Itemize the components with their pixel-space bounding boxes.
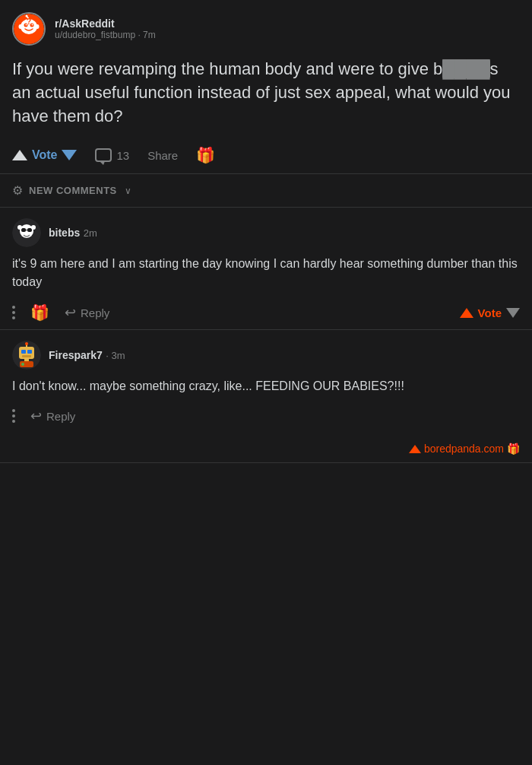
post-author-time: u/dudebro_fistbump · 7m: [55, 30, 156, 40]
comment-2-meta: Firespark7 · 3m: [49, 348, 125, 362]
comment-1: bitebs 2m it's 9 am here and I am starti…: [0, 208, 532, 330]
gift-icon: 🎁: [196, 146, 215, 164]
svg-rect-14: [21, 228, 26, 232]
subreddit-avatar[interactable]: ?: [12, 12, 46, 46]
post-meta: r/AskReddit u/dudebro_fistbump · 7m: [55, 17, 156, 40]
comment-1-body: it's 9 am here and I am starting the day…: [12, 255, 520, 291]
share-button[interactable]: Share: [147, 149, 178, 162]
downvote-button[interactable]: [62, 150, 77, 160]
svg-point-8: [19, 24, 23, 29]
comment-2-reply-button[interactable]: ↩ Reply: [30, 408, 75, 424]
svg-point-18: [31, 225, 36, 230]
comment-1-reply-button[interactable]: ↩ Reply: [65, 304, 109, 321]
vote-label[interactable]: Vote: [32, 148, 57, 162]
subreddit-name[interactable]: r/AskReddit: [55, 17, 156, 30]
vote-section: Vote: [12, 148, 77, 162]
dot1: [12, 409, 15, 412]
gift-button[interactable]: 🎁: [196, 146, 215, 164]
watermark: boredpanda.com 🎁: [409, 443, 520, 455]
share-label: Share: [147, 149, 178, 162]
comment-count: 13: [116, 149, 129, 162]
watermark-text: boredpanda.com: [424, 443, 504, 455]
comment-1-vote-label[interactable]: Vote: [478, 306, 502, 319]
svg-rect-21: [21, 350, 26, 354]
comment-1-vote-section: Vote: [460, 306, 520, 319]
svg-point-24: [25, 342, 28, 345]
dot3: [12, 316, 15, 319]
reply-arrow-icon: ↩: [65, 304, 76, 321]
svg-text:?: ?: [27, 17, 31, 26]
new-comments-icon: ⚙: [12, 183, 23, 198]
watermark-upvote-icon: [409, 445, 421, 453]
reply-label: Reply: [81, 306, 109, 319]
comment-1-header: bitebs 2m: [12, 218, 520, 247]
new-comments-label: NEW COMMENTS: [29, 185, 117, 196]
svg-point-28: [21, 363, 24, 366]
comment-2-username[interactable]: Firespark7: [49, 349, 103, 361]
post-actions: Vote 13 Share 🎁: [0, 140, 532, 174]
svg-rect-15: [27, 228, 32, 232]
svg-rect-22: [27, 350, 32, 354]
comment-1-upvote[interactable]: [460, 308, 473, 318]
post-time: 7m: [143, 30, 156, 40]
title-part1: If you were revamping the human body and…: [12, 59, 442, 78]
comment-1-time: 2m: [84, 227, 97, 239]
comment-2-avatar[interactable]: [12, 341, 41, 370]
comment-button[interactable]: 13: [95, 148, 129, 162]
reply-arrow-icon: ↩: [30, 408, 42, 424]
chevron-down-icon[interactable]: ∨: [125, 186, 131, 196]
post-header: ? r/AskReddit u/dudebro_fistbump · 7m: [0, 0, 532, 52]
new-comments-bar[interactable]: ⚙ NEW COMMENTS ∨: [0, 174, 532, 208]
svg-rect-25: [22, 355, 31, 357]
comment-1-gift-button[interactable]: 🎁: [30, 303, 49, 322]
author-name[interactable]: u/dudebro_fistbump: [55, 30, 135, 40]
censored-word: ████: [442, 59, 489, 78]
dot1: [12, 306, 15, 309]
comment-1-actions: 🎁 ↩ Reply Vote: [12, 300, 520, 322]
post-title: If you were revamping the human body and…: [0, 52, 532, 140]
comment-2-actions: ↩ Reply: [12, 405, 520, 424]
dot2: [12, 414, 15, 417]
svg-rect-26: [24, 359, 29, 361]
reply-label: Reply: [46, 410, 75, 423]
comment-icon: [95, 148, 112, 162]
svg-point-5: [32, 24, 33, 26]
dot3: [12, 420, 15, 423]
upvote-button[interactable]: [12, 150, 27, 160]
comment-1-username[interactable]: bitebs: [49, 227, 80, 239]
svg-point-9: [36, 24, 40, 29]
comment-1-meta: bitebs 2m: [49, 226, 97, 240]
dot2: [12, 311, 15, 314]
comment-2: Firespark7 · 3m I don't know... maybe so…: [0, 330, 532, 463]
more-options-button[interactable]: [12, 306, 15, 319]
comment-2-header: Firespark7 · 3m: [12, 341, 520, 370]
comment-2-more-options[interactable]: [12, 409, 15, 423]
comment-2-body: I don't know... maybe something crazy, l…: [12, 377, 520, 395]
watermark-gift-icon: 🎁: [507, 443, 520, 455]
comment-1-downvote[interactable]: [506, 308, 520, 318]
svg-point-17: [17, 225, 22, 230]
comment-2-time: · 3m: [106, 350, 125, 361]
comment-1-avatar[interactable]: [12, 218, 41, 247]
